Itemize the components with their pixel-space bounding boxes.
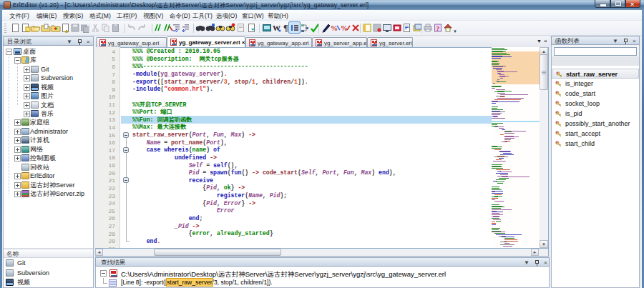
svg-text:?: ? [436,25,440,32]
svg-text:%: % [331,24,338,32]
svg-text:¶: ¶ [283,23,288,33]
svg-text:%: % [341,24,348,32]
